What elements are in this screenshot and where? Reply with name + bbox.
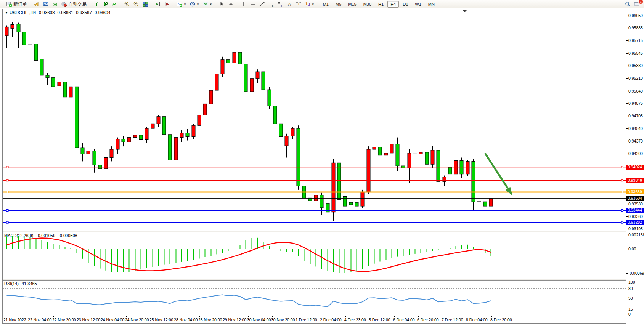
tile-windows-button[interactable] <box>141 0 150 8</box>
toolbar-grip[interactable] <box>215 2 216 7</box>
text-label-button[interactable]: T <box>294 0 303 8</box>
data-window-button[interactable] <box>41 0 50 8</box>
hline-icon <box>250 1 256 7</box>
tile-windows-icon <box>142 1 148 7</box>
autotrade-button[interactable]: 自动交易 <box>59 0 88 8</box>
toolbar-grip[interactable] <box>317 2 318 7</box>
price-axis-label: 0.95545 <box>628 51 643 56</box>
trade-group: 新订单 <box>5 0 29 8</box>
timeframe-m30-button[interactable]: M30 <box>360 1 374 8</box>
crosshair-button[interactable] <box>226 0 236 8</box>
zoom-group <box>122 0 150 8</box>
time-axis-label: 30 Nov 20:00 <box>271 317 295 322</box>
chart-shift-button[interactable] <box>162 0 172 8</box>
rsi-axis-label: 100 <box>628 280 635 284</box>
toolbar-grip[interactable] <box>29 2 31 7</box>
market-watch-button[interactable] <box>32 0 41 8</box>
chevron-down-icon[interactable]: ▼ <box>196 3 199 6</box>
chart-window[interactable]: ▼USDCHF-,H4 0.93608 0.93661 0.93567 0.93… <box>2 9 626 324</box>
candle-chart-button[interactable] <box>101 0 110 8</box>
timeframe-w1-button[interactable]: W1 <box>412 1 424 8</box>
indicators-button[interactable]: ▼ <box>201 0 214 8</box>
current-price-flag: 0.93604 <box>626 196 644 201</box>
timeframe-h4-button[interactable]: H4 <box>387 1 399 8</box>
new-order-button[interactable]: 新订单 <box>5 0 29 8</box>
timeframe-m15-button[interactable]: M15 <box>345 1 359 8</box>
toolbar-right: 1 <box>623 0 641 8</box>
timeframe-h1-button[interactable]: H1 <box>375 1 387 8</box>
time-axis[interactable]: 21 Nov 202222 Nov 04:0022 Nov 20:0023 No… <box>3 316 626 323</box>
price-axis-label: 0.94200 <box>628 151 643 156</box>
vertical-line-button[interactable] <box>239 0 248 8</box>
navigator-button[interactable] <box>50 0 59 8</box>
timeframe-d1-button[interactable]: D1 <box>400 1 411 8</box>
macd-chart[interactable] <box>3 232 626 279</box>
toolbar-grip[interactable] <box>89 2 90 7</box>
new-chart-button[interactable]: ▼ <box>175 0 188 8</box>
macd-main-value: -0.001059 <box>36 233 55 238</box>
rsi-axis-label: 15 <box>628 307 633 311</box>
fibonacci-button[interactable]: F <box>276 0 285 8</box>
signal-icon <box>52 1 58 7</box>
time-axis-label: 24 Nov 04:00 <box>101 317 124 322</box>
timeframe-group: M1M5M15M30H1H4D1W1MN <box>320 0 438 8</box>
svg-text:T: T <box>297 2 300 6</box>
time-axis-label: 24 Nov 20:00 <box>125 317 149 322</box>
chevron-down-icon[interactable]: ▼ <box>183 3 186 6</box>
auto-scroll-button[interactable] <box>153 0 162 8</box>
channel-button[interactable]: E <box>267 0 276 8</box>
time-axis-label: 6 Dec 04:00 <box>393 317 415 322</box>
collapse-triangle-icon[interactable]: ▼ <box>5 11 8 14</box>
fibonacci-icon: F <box>277 1 283 7</box>
open-value: 0.93608 <box>39 10 55 15</box>
time-axis-label: 8 Dec 04:00 <box>466 317 488 322</box>
macd-axis-label: -0.003698 <box>628 271 644 276</box>
indicators-icon <box>202 1 209 7</box>
price-axis-label: 0.93360 <box>628 214 643 219</box>
search-button[interactable] <box>623 0 632 8</box>
toolbar-grip[interactable] <box>120 2 121 7</box>
text-button[interactable]: A <box>285 0 294 8</box>
candlestick-chart[interactable] <box>3 9 626 231</box>
bar-chart-button[interactable] <box>92 0 101 8</box>
timeframe-m1-button[interactable]: M1 <box>320 1 332 8</box>
candle-chart-icon <box>102 1 108 7</box>
toolbar-grip[interactable] <box>172 2 174 7</box>
zoom-in-button[interactable] <box>122 0 132 8</box>
rsi-pane[interactable]: RSI(14) 41.3465 <box>3 281 626 316</box>
time-axis-label: 28 Nov 20:00 <box>198 317 222 322</box>
price-pane[interactable]: ▼USDCHF-,H4 0.93608 0.93661 0.93567 0.93… <box>3 9 626 231</box>
rsi-chart[interactable] <box>3 281 626 316</box>
cursor-button[interactable] <box>217 0 226 8</box>
trendline-button[interactable] <box>257 0 267 8</box>
toolbar-grip[interactable] <box>236 2 238 7</box>
autotrade-icon <box>61 1 67 7</box>
horizontal-line-button[interactable] <box>248 0 257 8</box>
price-axis-label: 0.95040 <box>628 89 643 93</box>
chat-button[interactable]: 1 <box>632 0 641 8</box>
line-chart-button[interactable] <box>110 0 119 8</box>
auto-scroll-icon <box>155 1 161 7</box>
chevron-down-icon[interactable]: ▼ <box>312 3 315 6</box>
toolbar-grip[interactable] <box>151 2 152 7</box>
macd-axis-label: 0.002138 <box>628 232 644 237</box>
price-axis[interactable]: 0.960500.958850.957150.955450.953800.952… <box>626 9 644 324</box>
zoom-out-button[interactable] <box>132 0 141 8</box>
price-axis-label: 0.94875 <box>628 101 643 106</box>
chevron-down-icon[interactable]: ▼ <box>209 3 212 6</box>
price-axis-label: 0.94540 <box>628 126 643 131</box>
price-axis-label: 0.95210 <box>628 76 643 80</box>
toolbar-button-label: 自动交易 <box>68 1 87 8</box>
timeframe-mn-button[interactable]: MN <box>425 1 438 8</box>
chart-title: ▼USDCHF-,H4 0.93608 0.93661 0.93567 0.93… <box>5 10 112 15</box>
price-axis-label: 0.94370 <box>628 139 643 143</box>
toolbar-grip[interactable] <box>2 2 3 7</box>
period-button[interactable]: ▼ <box>188 0 201 8</box>
trendline-icon <box>259 1 265 7</box>
price-axis-label: 0.95885 <box>628 26 643 30</box>
macd-pane[interactable]: MACD(12,26,9) -0.001059 -0.000508 <box>3 232 626 279</box>
arrows-button[interactable]: ▼ <box>303 0 316 8</box>
time-axis-label: 25 Nov 12:00 <box>149 317 173 322</box>
time-axis-label: 30 Nov 04:00 <box>247 317 271 322</box>
timeframe-m5-button[interactable]: M5 <box>332 1 344 8</box>
